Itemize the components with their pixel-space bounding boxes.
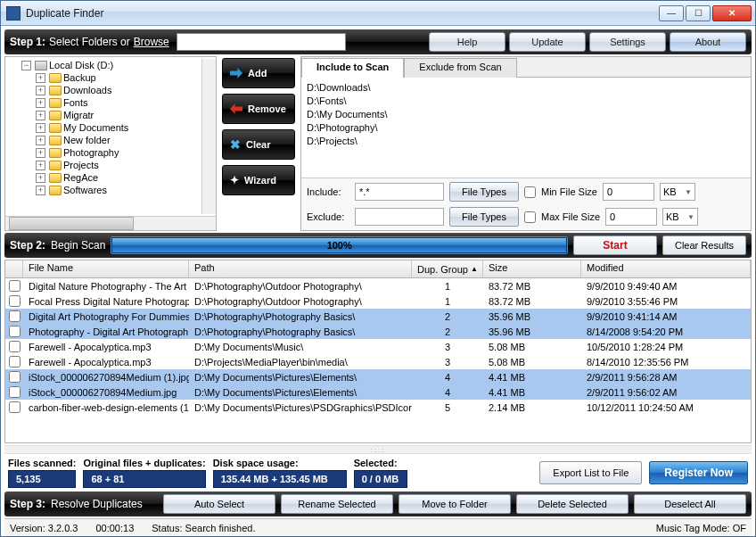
settings-button[interactable]: Settings (589, 32, 666, 52)
table-row[interactable]: Focal Press Digital Nature PhotograpD:\P… (5, 293, 751, 309)
include-input[interactable] (355, 183, 444, 201)
rename-selected-button[interactable]: Rename Selected (281, 494, 393, 514)
disk-value: 135.44 MB + 135.45 MB (213, 470, 347, 488)
tree-item[interactable]: +Projects (36, 159, 201, 171)
elapsed-time: 00:00:13 (95, 523, 134, 533)
folder-input[interactable] (177, 33, 346, 51)
tree-root[interactable]: −Local Disk (D:) (21, 59, 201, 71)
results-grid[interactable]: File Name Path Dup. Group▲ Size Modified… (4, 260, 752, 443)
max-size-input[interactable] (605, 208, 657, 226)
expand-icon[interactable]: + (36, 111, 45, 120)
orig-value: 68 + 81 (83, 470, 205, 488)
scanned-value: 5,135 (8, 470, 76, 488)
exclude-input[interactable] (355, 208, 444, 226)
close-button[interactable]: ✕ (712, 5, 752, 21)
row-checkbox[interactable] (9, 356, 21, 368)
tree-item[interactable]: +Fonts (36, 96, 201, 109)
scan-path[interactable]: D:\My Documents\ (307, 108, 745, 121)
col-filename[interactable]: File Name (23, 260, 189, 277)
expand-icon[interactable]: + (36, 148, 45, 158)
start-button[interactable]: Start (573, 235, 657, 255)
expand-icon[interactable]: + (36, 186, 45, 195)
scan-path[interactable]: D:\Photography\ (307, 121, 745, 135)
table-row[interactable]: Digital Art Photography For Dummies.D:\P… (5, 309, 751, 324)
min-size-unit[interactable]: KB▼ (660, 183, 695, 201)
minimize-button[interactable]: — (659, 5, 684, 21)
auto-select-button[interactable]: Auto Select (163, 494, 275, 514)
expand-icon[interactable]: + (36, 136, 45, 145)
col-modified[interactable]: Modified (581, 260, 751, 277)
row-checkbox[interactable] (9, 326, 21, 337)
scan-paths-list[interactable]: D:\Downloads\D:\Fonts\D:\My Documents\D:… (301, 77, 751, 178)
collapse-icon[interactable]: − (21, 61, 31, 70)
tab-include[interactable]: Include to Scan (301, 58, 404, 78)
browse-link[interactable]: Browse (134, 36, 169, 48)
clear-results-button[interactable]: Clear Results (662, 235, 746, 255)
progress-percent: 100% (111, 237, 567, 253)
expand-icon[interactable]: + (36, 98, 45, 108)
col-path[interactable]: Path (189, 260, 412, 277)
exclude-filetypes-button[interactable]: File Types (449, 207, 519, 227)
selected-value: 0 / 0 MB (354, 470, 407, 488)
row-checkbox[interactable] (9, 371, 21, 383)
max-size-checkbox[interactable] (524, 211, 536, 223)
register-button[interactable]: Register Now (649, 461, 748, 484)
tree-item[interactable]: +Migratr (36, 109, 201, 121)
max-size-unit[interactable]: KB▼ (662, 208, 698, 226)
delete-selected-button[interactable]: Delete Selected (516, 494, 629, 514)
folder-tree[interactable]: −Local Disk (D:) +Backup+Downloads+Fonts… (4, 56, 217, 231)
help-button[interactable]: Help (429, 32, 505, 52)
tree-item[interactable]: +Photography (36, 146, 201, 159)
min-size-checkbox[interactable] (524, 186, 536, 198)
table-row[interactable]: Farewell - Apocalyptica.mp3D:\My Documen… (5, 339, 751, 354)
tree-item[interactable]: +New folder (36, 134, 201, 146)
scan-path[interactable]: D:\Downloads\ (307, 81, 745, 95)
table-row[interactable]: Photography - Digital Art PhotographD:\P… (5, 324, 751, 339)
step2-bar: Step 2: Begin Scan 100% Start Clear Resu… (4, 233, 752, 258)
clear-button[interactable]: ✖Clear (222, 129, 295, 160)
progress-bar: 100% (111, 236, 568, 254)
tree-vscroll[interactable] (201, 59, 216, 214)
table-row[interactable]: iStock_000006270894Medium.jpgD:\My Docum… (5, 384, 751, 400)
expand-icon[interactable]: + (36, 161, 45, 170)
max-size-label: Max File Size (541, 211, 600, 222)
remove-button[interactable]: Remove (222, 94, 295, 124)
row-checkbox[interactable] (9, 310, 21, 322)
tree-item[interactable]: +Backup (36, 71, 201, 84)
expand-icon[interactable]: + (36, 123, 45, 133)
tree-hscroll[interactable] (5, 216, 216, 230)
row-checkbox[interactable] (9, 295, 21, 307)
expand-icon[interactable]: + (36, 73, 45, 83)
table-row[interactable]: iStock_000006270894Medium (1).jpgD:\My D… (5, 369, 751, 384)
scan-path[interactable]: D:\Fonts\ (307, 95, 745, 108)
expand-icon[interactable]: + (36, 173, 45, 183)
add-button[interactable]: Add (222, 58, 295, 88)
include-filetypes-button[interactable]: File Types (449, 182, 519, 202)
tree-item[interactable]: +My Documents (36, 121, 201, 134)
move-to-folder-button[interactable]: Move to Folder (399, 494, 511, 514)
table-row[interactable]: carbon-fiber-web-design-elements (1)D:\M… (5, 400, 751, 415)
deselect-all-button[interactable]: Deselect All (634, 494, 746, 514)
scan-path[interactable]: D:\Projects\ (307, 135, 745, 148)
expand-icon[interactable]: + (36, 86, 45, 95)
splitter[interactable]: :::: (4, 445, 752, 454)
table-row[interactable]: Digital Nature Photography - The ArtD:\P… (5, 278, 751, 293)
tree-item[interactable]: +RegAce (36, 171, 201, 184)
min-size-input[interactable] (603, 183, 654, 201)
tree-item[interactable]: +Softwares (36, 184, 201, 196)
col-size[interactable]: Size (483, 260, 581, 277)
row-checkbox[interactable] (9, 401, 21, 413)
table-row[interactable]: Farewell - Apocalyptica.mp3D:\Projects\M… (5, 354, 751, 369)
row-checkbox[interactable] (9, 341, 21, 352)
wizard-button[interactable]: ✦Wizard (222, 165, 295, 195)
row-checkbox[interactable] (9, 386, 21, 398)
about-button[interactable]: About (670, 32, 746, 52)
folder-icon (49, 73, 62, 83)
col-group[interactable]: Dup. Group▲ (412, 260, 483, 277)
tab-exclude[interactable]: Exclude from Scan (404, 58, 516, 78)
row-checkbox[interactable] (9, 280, 21, 292)
export-button[interactable]: Export List to File (539, 461, 642, 484)
tree-item[interactable]: +Downloads (36, 84, 201, 96)
maximize-button[interactable]: ☐ (686, 5, 711, 21)
update-button[interactable]: Update (509, 32, 586, 52)
